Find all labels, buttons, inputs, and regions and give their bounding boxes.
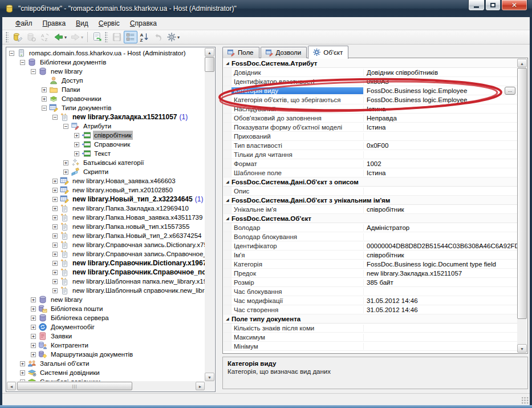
property-row[interactable]: Категорія об'єктів, що зберігаютьсяFossD… <box>224 95 517 104</box>
tree-item[interactable]: −Атрибути <box>7 122 205 131</box>
tab-permissions[interactable]: Дозволи <box>261 47 307 58</box>
tree-item[interactable]: −new library.Закладка.x15211057 (1) <box>7 112 205 122</box>
expand-icon[interactable]: + <box>52 197 58 202</box>
categorized-view-button[interactable] <box>124 31 137 43</box>
tree-item[interactable]: +new library <box>7 295 205 304</box>
expand-icon[interactable]: + <box>31 343 36 348</box>
tree-item[interactable]: +new library.Новый_тип_2.x32234645 (1) <box>7 195 205 204</box>
tree-item[interactable]: +new library.Папка.Новый_тип_2.x66374254 <box>7 231 205 240</box>
property-row[interactable]: Ідентифікатор властивості0x80A3 <box>224 77 517 86</box>
menu-service[interactable]: Сервіс <box>94 18 125 29</box>
tree-item[interactable]: +Батьківські категорії <box>7 158 205 167</box>
property-row[interactable]: Формат1002 <box>224 159 517 168</box>
property-row[interactable]: Кількість знаків після коми <box>224 324 517 333</box>
tree-item[interactable]: +new library.Справочная запись.Справочно… <box>7 249 205 258</box>
property-row[interactable]: Максимум <box>224 333 517 342</box>
expand-icon[interactable]: + <box>74 133 79 138</box>
property-row[interactable]: ВолодарАдміністратор <box>224 223 517 232</box>
expand-icon[interactable]: + <box>52 179 58 184</box>
property-row[interactable]: Час модифікації31.05.2012 14:46 <box>224 296 517 305</box>
property-section-header[interactable]: ◢FossDoc.Система.Атрибут <box>224 59 517 68</box>
tree-item[interactable]: +new library.новый_тип.x20102850 <box>7 185 205 195</box>
expand-icon[interactable]: + <box>52 252 58 257</box>
scroll-left-icon[interactable]: ◄ <box>7 382 16 390</box>
scroll-down-icon[interactable]: ▼ <box>517 344 527 353</box>
expand-icon[interactable]: + <box>52 224 58 229</box>
property-row[interactable]: КатегоріяFossDoc.Business logic.Document… <box>224 260 517 269</box>
property-row[interactable]: Категорія видуFossDoc.Business logic.Emp… <box>224 86 517 95</box>
dropdown-arrow-icon[interactable]: ▾ <box>81 35 83 40</box>
tree-item[interactable]: +співробітник <box>7 131 205 140</box>
property-row[interactable]: ДовідникДовідник співробітників <box>224 68 517 77</box>
tree-item[interactable]: +Заявки <box>7 332 205 341</box>
expand-icon[interactable]: + <box>31 316 36 321</box>
property-row[interactable]: Ідентифікатор00000004DB8D8D2B51544C03B63… <box>224 241 517 251</box>
grid-vertical-scrollbar[interactable]: ▲ ▼ <box>517 59 527 353</box>
toolbar-grip[interactable] <box>105 32 108 42</box>
tree-vertical-scrollbar[interactable]: ▲ ▼ <box>205 48 214 381</box>
expand-icon[interactable]: + <box>74 151 79 156</box>
toolbar-grip[interactable] <box>6 32 9 42</box>
scroll-up-icon[interactable]: ▲ <box>205 48 214 56</box>
property-row[interactable]: Унікальне ім'яспівробітник <box>224 205 517 214</box>
property-row[interactable]: Тип властивості0x0F00 <box>224 141 517 150</box>
expand-icon[interactable]: + <box>52 243 58 248</box>
undo-button[interactable] <box>151 31 165 43</box>
expand-icon[interactable]: + <box>63 160 68 165</box>
tree-item[interactable]: +Загальні об'єкти <box>7 359 205 368</box>
menu-help[interactable]: Справка <box>125 18 162 29</box>
property-row[interactable]: НаслідуванийІстина <box>224 104 517 114</box>
view-object-button[interactable] <box>25 31 38 43</box>
tab-field[interactable]: Поле <box>222 47 259 58</box>
tree-item[interactable]: −Типи документів <box>7 103 205 112</box>
tree-item[interactable]: +Текст <box>7 149 205 158</box>
dropdown-arrow-icon[interactable]: ▾ <box>64 35 67 40</box>
maximize-button[interactable] <box>485 0 501 11</box>
tree-item[interactable]: +Службові довідники <box>7 377 205 381</box>
tree-item[interactable]: +Документообіг <box>7 322 205 332</box>
property-row[interactable]: Час блокування <box>224 287 517 296</box>
tree-item[interactable]: +Бібліотека пошти <box>7 304 205 313</box>
tree-item[interactable]: +new library.Папка.новый_тип.x1557355 <box>7 222 205 231</box>
property-row[interactable]: Показувати форму об'єктної моделіІстина <box>224 123 517 132</box>
tree-item[interactable]: +Контрагенти <box>7 341 205 350</box>
menu-edit[interactable]: Правка <box>38 18 71 29</box>
tree-item[interactable]: +Системні довідники <box>7 368 205 377</box>
tree-item[interactable]: +new library.Справочник.Справочное_пол <box>7 268 205 277</box>
tree-item[interactable]: +new library.Шаблонный справочник.new_li… <box>7 286 205 295</box>
tree-item[interactable]: +new library.Папка.Закладка.x12969410 <box>7 204 205 213</box>
expand-icon[interactable]: + <box>31 352 36 357</box>
sort-az-button[interactable]: AZ <box>137 31 151 43</box>
tree-vscroll-thumb[interactable] <box>205 57 214 72</box>
tree-item[interactable]: +new library.Справочник.Dictionary.x1967 <box>7 258 205 268</box>
tree-hscroll-thumb[interactable]: ||| <box>17 382 132 390</box>
expand-icon[interactable]: + <box>31 334 36 339</box>
tree-item[interactable]: Доступ <box>7 76 205 85</box>
collapse-icon[interactable]: − <box>42 106 47 111</box>
property-row[interactable]: Опис <box>224 187 517 196</box>
tab-object[interactable]: Об'єкт <box>308 46 348 59</box>
property-row[interactable]: Предокnew library.Закладка.x15211057 <box>224 269 517 278</box>
expand-icon[interactable]: + <box>52 206 58 211</box>
expand-icon[interactable]: + <box>52 188 58 193</box>
property-section-header[interactable]: ◢Поле типу документа <box>224 314 517 324</box>
expand-icon[interactable]: + <box>42 96 47 102</box>
property-row[interactable]: Мінімум <box>224 342 517 351</box>
property-row[interactable]: Обов'язковий до заповненняНеправда <box>224 114 517 123</box>
grid-vscroll-thumb[interactable] <box>517 68 527 319</box>
expand-icon[interactable]: + <box>20 361 25 366</box>
tree-item[interactable]: +Папки <box>7 85 205 94</box>
refresh-button[interactable] <box>90 31 104 43</box>
collapse-icon[interactable]: − <box>63 124 68 129</box>
tree-item[interactable]: +new library.Справочная запись.Dictionar… <box>7 240 205 249</box>
settings-button[interactable]: ▾ <box>165 31 181 43</box>
expand-icon[interactable]: + <box>74 142 79 147</box>
tree-item[interactable]: +Скрипти <box>7 167 205 176</box>
expand-icon[interactable]: + <box>52 288 58 293</box>
expand-icon[interactable]: + <box>52 279 58 284</box>
scroll-down-icon[interactable]: ▼ <box>205 373 214 381</box>
tree-item[interactable]: +new library.Новая_заявка.x466603 <box>7 176 205 185</box>
rename-button[interactable]: AZ <box>38 31 52 43</box>
resize-grip-icon[interactable] <box>521 397 529 404</box>
title-bar[interactable]: "співробітник" - "romapc.domain.foss.kha… <box>0 0 532 17</box>
